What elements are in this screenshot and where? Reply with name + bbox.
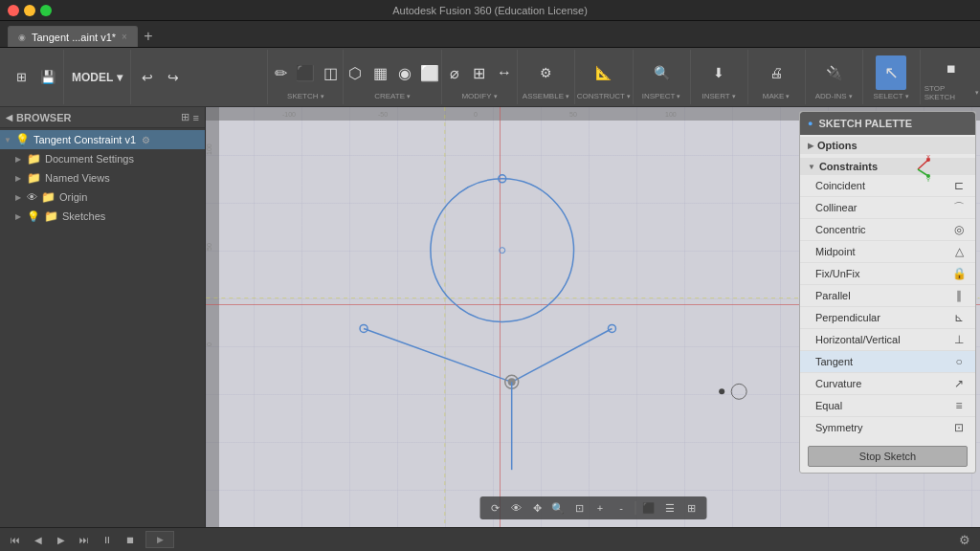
- window-controls[interactable]: [8, 5, 52, 16]
- constraint-tangent[interactable]: Tangent ○: [800, 351, 975, 373]
- nav-prev-btn[interactable]: ◀: [31, 532, 46, 547]
- assemble-section-label[interactable]: ASSEMBLE ▾: [523, 92, 569, 102]
- modify-section-label[interactable]: MODIFY ▾: [461, 92, 497, 102]
- modify-btn-3[interactable]: ↔: [493, 57, 516, 88]
- select-section-label[interactable]: SELECT ▾: [874, 92, 909, 102]
- fix-icon: 🔒: [950, 266, 968, 281]
- status-right: ⚙: [949, 532, 972, 547]
- constraint-collinear[interactable]: Collinear ⌒: [800, 197, 975, 219]
- zoom-in-btn[interactable]: +: [590, 499, 610, 517]
- nav-next-btn[interactable]: ▶: [54, 532, 69, 547]
- toolbar-btn-2[interactable]: [212, 59, 237, 96]
- constraint-concentric[interactable]: Concentric ◎: [800, 219, 975, 241]
- tree-item-doc-settings[interactable]: ▶ 📁 Document Settings: [0, 149, 205, 168]
- select-btn-1[interactable]: ↖: [876, 55, 906, 90]
- parallel-label: Parallel: [815, 290, 851, 301]
- undo-button[interactable]: ↩: [135, 59, 160, 96]
- zoom-out-btn[interactable]: -: [612, 499, 631, 517]
- display-settings-btn[interactable]: ☰: [660, 499, 679, 517]
- browser-tree: ▼ 💡 Tangent Constraint v1 ⚙ ▶ 📁 Document…: [0, 128, 205, 527]
- active-tab[interactable]: ◉ Tangent ...aint v1* ×: [8, 26, 138, 47]
- nav-pause-btn[interactable]: ⏸: [100, 532, 115, 547]
- close-button[interactable]: [8, 5, 19, 16]
- orbit-btn[interactable]: ⟳: [485, 499, 504, 517]
- svg-line-6: [512, 328, 612, 382]
- redo-button[interactable]: ↪: [161, 59, 186, 96]
- create-btn-4[interactable]: ⬜: [418, 57, 441, 88]
- browser-expand-btn[interactable]: ⊞: [181, 111, 189, 123]
- pan-btn[interactable]: ✥: [527, 499, 546, 517]
- insert-section-label[interactable]: INSERT ▾: [702, 92, 736, 102]
- modify-btn-2[interactable]: ⊞: [468, 57, 491, 88]
- constraint-symmetry[interactable]: Symmetry ⊡: [800, 417, 975, 438]
- tree-item-sketches[interactable]: ▶ 💡 📁 Sketches: [0, 207, 205, 226]
- tree-item-origin[interactable]: ▶ 👁 📁 Origin: [0, 187, 205, 207]
- constraint-coincident[interactable]: Coincident ⊏: [800, 175, 975, 197]
- grid-btn[interactable]: ⊞: [681, 499, 701, 517]
- save-button[interactable]: 💾: [36, 64, 59, 91]
- display-mode-btn[interactable]: ⬛: [639, 499, 658, 517]
- addins-btn-1[interactable]: 🔌: [822, 57, 845, 88]
- minimize-button[interactable]: [24, 5, 35, 16]
- svg-point-13: [731, 384, 746, 399]
- sketch-btn-3[interactable]: ◫: [319, 57, 342, 88]
- palette-options-header[interactable]: ▶ Options: [800, 137, 975, 154]
- addins-section-label[interactable]: ADD-INS ▾: [815, 92, 853, 102]
- constraint-perpendicular[interactable]: Perpendicular ⊾: [800, 307, 975, 329]
- make-section-label[interactable]: MAKE ▾: [763, 92, 791, 102]
- constraint-horizontal-vertical[interactable]: Horizontal/Vertical ⊥: [800, 329, 975, 351]
- settings-btn[interactable]: ⚙: [957, 532, 972, 547]
- modify-btn-1[interactable]: ⌀: [443, 57, 466, 88]
- viewport[interactable]: -100 -50 0 50 100 100 50 0 TOP: [206, 107, 980, 527]
- stop-sketch-palette-btn[interactable]: Stop Sketch: [808, 446, 968, 467]
- svg-point-3: [500, 248, 505, 253]
- nav-first-btn[interactable]: ⏮: [8, 532, 23, 547]
- toolbar-btn-1[interactable]: [187, 59, 212, 96]
- tree-item-named-views[interactable]: ▶ 📁 Named Views: [0, 168, 205, 187]
- sketch-btn-1[interactable]: ✏: [269, 57, 292, 88]
- create-btn-2[interactable]: ▦: [368, 57, 391, 88]
- sketch-section-label[interactable]: SKETCH ▾: [287, 92, 323, 102]
- create-icon-1: ⬡: [348, 64, 362, 82]
- toolbar-btn-3[interactable]: [238, 59, 263, 96]
- tab-close-button[interactable]: ×: [122, 32, 127, 42]
- model-dropdown[interactable]: MODEL ▾: [64, 50, 131, 104]
- stop-sketch-toolbar-btn[interactable]: ⏹: [938, 54, 965, 84]
- create-btn-1[interactable]: ⬡: [344, 57, 367, 88]
- symmetry-icon: ⊡: [950, 420, 968, 435]
- constraint-midpoint[interactable]: Midpoint △: [800, 241, 975, 263]
- maximize-button[interactable]: [40, 5, 52, 16]
- constraint-parallel[interactable]: Parallel ∥: [800, 285, 975, 307]
- app-menu-button[interactable]: ⊞: [8, 64, 34, 91]
- zoom-btn[interactable]: 🔍: [548, 499, 568, 517]
- insert-btn-1[interactable]: ⬇: [707, 57, 730, 88]
- new-tab-button[interactable]: +: [138, 26, 159, 47]
- assemble-btn-1[interactable]: ⚙: [534, 57, 557, 88]
- modify-icon-2: ⊞: [473, 64, 485, 82]
- make-btn-1[interactable]: 🖨: [765, 57, 788, 88]
- inspect-btn-1[interactable]: 🔍: [650, 57, 673, 88]
- construct-section-label[interactable]: CONSTRUCT ▾: [577, 92, 631, 102]
- tree-icon-origin: 📁: [41, 190, 56, 204]
- sketch-btn-2[interactable]: ⬛: [294, 57, 317, 88]
- nav-last-btn[interactable]: ⏭: [77, 532, 92, 547]
- collinear-icon: ⌒: [950, 200, 968, 215]
- fit-btn[interactable]: ⊡: [569, 499, 589, 517]
- constraint-equal[interactable]: Equal ≡: [800, 395, 975, 417]
- tree-item-root[interactable]: ▼ 💡 Tangent Constraint v1 ⚙: [0, 130, 205, 149]
- construct-btn-1[interactable]: 📐: [592, 57, 615, 88]
- stop-sketch-section-label[interactable]: STOP SKETCH ▾: [924, 84, 979, 103]
- constraints-label: Constraints: [819, 161, 878, 172]
- constraint-curvature[interactable]: Curvature ↗: [800, 373, 975, 395]
- nav-stop-btn[interactable]: ⏹: [122, 532, 138, 547]
- create-icon-2: ▦: [373, 64, 388, 82]
- browser-menu-btn[interactable]: ≡: [193, 111, 199, 123]
- constraint-fix-unfix[interactable]: Fix/UnFix 🔒: [800, 263, 975, 285]
- concentric-icon: ◎: [950, 222, 968, 237]
- look-at-btn[interactable]: 👁: [506, 499, 525, 517]
- create-section-label[interactable]: CREATE ▾: [374, 92, 411, 102]
- create-btn-3[interactable]: ◉: [393, 57, 416, 88]
- palette-constraints-header[interactable]: ▼ Constraints: [800, 158, 975, 175]
- inspect-section-label[interactable]: INSPECT ▾: [642, 92, 681, 102]
- svg-line-5: [364, 328, 512, 382]
